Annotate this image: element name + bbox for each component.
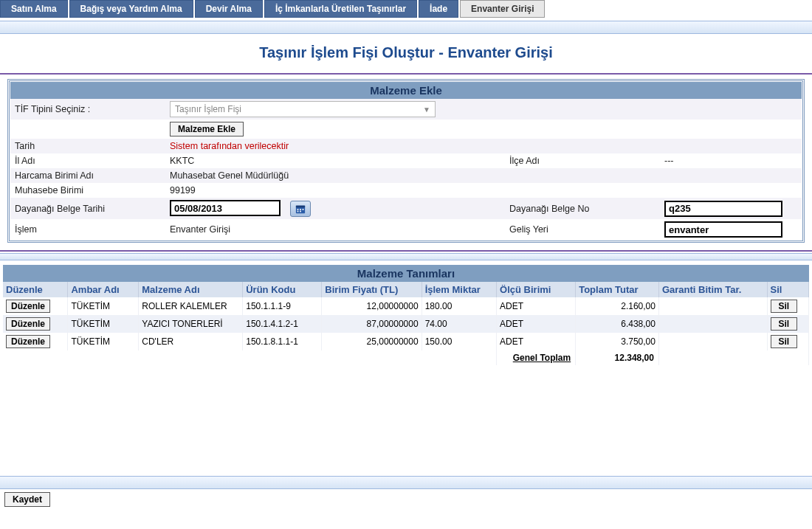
cell-urun: 150.1.4.1.2-1 (243, 315, 322, 333)
col-toplam: Toplam Tutar (576, 282, 659, 297)
cell-toplam: 2.160,00 (576, 297, 659, 315)
divider-bar (0, 476, 812, 489)
cell-ambar: TÜKETİM (68, 333, 139, 350)
cell-olcu: ADET (497, 297, 576, 315)
cell-urun: 150.1.8.1.1-1 (243, 333, 322, 350)
tarih-label: Tarih (10, 139, 165, 153)
cell-malzeme: YAZICI TONERLERİ (139, 315, 243, 333)
muhasebe-value: 99199 (165, 183, 802, 198)
gelis-input[interactable] (664, 221, 782, 238)
cell-garanti (658, 315, 767, 333)
belge-no-input[interactable] (664, 201, 782, 217)
belge-no-label: Dayanağı Belge No (505, 198, 660, 219)
cell-garanti (658, 333, 767, 350)
cell-urun: 150.1.1.1-9 (243, 297, 322, 315)
svg-rect-3 (300, 209, 302, 210)
cell-bf: 87,00000000 (322, 315, 422, 333)
edit-button[interactable]: Düzenle (6, 317, 50, 331)
tab-envanter[interactable]: Envanter Girişi (460, 0, 545, 18)
cell-bf: 25,00000000 (322, 333, 422, 350)
col-miktar: İşlem Miktar (422, 282, 496, 297)
col-sil: Sil (767, 282, 808, 297)
divider-bar (0, 21, 812, 34)
total-value: 12.348,00 (576, 350, 659, 365)
malzeme-grid: Düzenle Ambar Adı Malzeme Adı Ürün Kodu … (3, 282, 809, 365)
edit-button[interactable]: Düzenle (6, 300, 50, 313)
table-row: Düzenle TÜKETİM ROLLER KALEMLER 150.1.1.… (3, 297, 809, 315)
grid-header: Malzeme Tanımları (3, 265, 809, 282)
tab-devir[interactable]: Devir Alma (195, 0, 263, 18)
col-garanti: Garanti Bitim Tar. (658, 282, 767, 297)
tab-iade[interactable]: İade (419, 0, 458, 18)
svg-rect-5 (297, 211, 299, 212)
cell-olcu: ADET (497, 333, 576, 350)
cell-malzeme: ROLLER KALEMLER (139, 297, 243, 315)
harcama-label: Harcama Birimi Adı (10, 168, 165, 183)
cell-ambar: TÜKETİM (68, 315, 139, 333)
cell-toplam: 3.750,00 (576, 333, 659, 350)
delete-button[interactable]: Sil (771, 300, 798, 313)
malzeme-ekle-panel: Malzeme Ekle TİF Tipini Seçiniz : Taşını… (7, 79, 805, 243)
chevron-down-icon: ▼ (423, 106, 430, 114)
cell-toplam: 6.438,00 (576, 315, 659, 333)
ilce-label: İlçe Adı (505, 153, 660, 168)
panel-header: Malzeme Ekle (10, 82, 802, 99)
col-birim-fiyat: Birim Fiyatı (TL) (322, 282, 422, 297)
muhasebe-label: Muhasebe Birimi (10, 183, 165, 198)
cell-miktar: 150.00 (422, 333, 496, 350)
tif-select-value: Taşınır İşlem Fişi (175, 104, 241, 114)
svg-rect-4 (303, 209, 304, 210)
il-label: İl Adı (10, 153, 165, 168)
tab-satin-alma[interactable]: Satın Alma (0, 0, 68, 18)
svg-rect-1 (296, 206, 305, 208)
cell-garanti (658, 297, 767, 315)
divider-line (0, 250, 812, 252)
tif-label: TİF Tipini Seçiniz : (10, 99, 165, 120)
malzeme-ekle-button[interactable]: Malzeme Ekle (170, 122, 244, 136)
cell-miktar: 180.00 (422, 297, 496, 315)
cell-bf: 12,00000000 (322, 297, 422, 315)
tab-ic-imkan[interactable]: İç İmkanlarla Üretilen Taşınırlar (264, 0, 417, 18)
calendar-icon (295, 204, 306, 214)
ilce-value: --- (660, 153, 802, 168)
divider-bar (0, 253, 812, 260)
col-olcu: Ölçü Birimi (497, 282, 576, 297)
total-row: Genel Toplam 12.348,00 (3, 350, 809, 365)
page-title: Taşınır İşlem Fişi Oluştur - Envanter Gi… (0, 34, 812, 72)
table-row: Düzenle TÜKETİM YAZICI TONERLERİ 150.1.4… (3, 315, 809, 333)
delete-button[interactable]: Sil (771, 317, 798, 331)
save-button[interactable]: Kaydet (4, 492, 50, 507)
col-malzeme: Malzeme Adı (139, 282, 243, 297)
col-ambar: Ambar Adı (68, 282, 139, 297)
tab-bagis[interactable]: Bağış veya Yardım Alma (69, 0, 193, 18)
delete-button[interactable]: Sil (771, 335, 798, 348)
table-row: Düzenle TÜKETİM CD'LER 150.1.8.1.1-1 25,… (3, 333, 809, 350)
svg-rect-6 (300, 211, 302, 212)
cell-miktar: 74.00 (422, 315, 496, 333)
calendar-button[interactable] (290, 201, 311, 217)
il-value: KKTC (165, 153, 505, 168)
col-duzenle: Düzenle (3, 282, 68, 297)
cell-olcu: ADET (497, 315, 576, 333)
belge-tarih-input[interactable] (170, 200, 281, 216)
divider-line (0, 73, 812, 75)
col-urun: Ürün Kodu (243, 282, 322, 297)
tif-select[interactable]: Taşınır İşlem Fişi ▼ (170, 101, 436, 117)
gelis-label: Geliş Yeri (505, 219, 660, 240)
edit-button[interactable]: Düzenle (6, 335, 50, 348)
total-label: Genel Toplam (513, 353, 571, 363)
islem-label: İşlem (10, 219, 165, 240)
cell-malzeme: CD'LER (139, 333, 243, 350)
harcama-value: Muhasebat Genel Müdürlüğü (165, 168, 802, 183)
tarih-value: Sistem tarafından verilecektir (165, 139, 802, 153)
cell-ambar: TÜKETİM (68, 297, 139, 315)
belge-tarih-label: Dayanağı Belge Tarihi (10, 198, 165, 219)
islem-value: Envanter Girişi (165, 219, 505, 240)
tab-bar: Satın Alma Bağış veya Yardım Alma Devir … (0, 0, 812, 18)
svg-rect-2 (297, 209, 299, 210)
